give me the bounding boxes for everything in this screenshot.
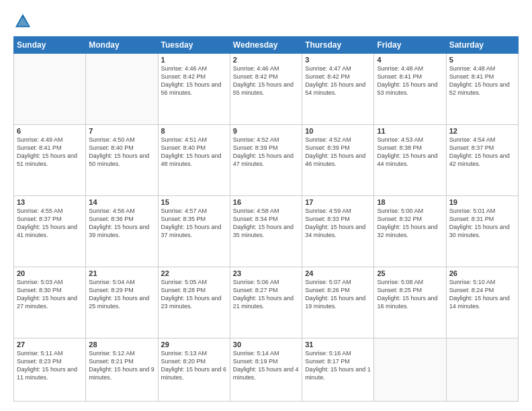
calendar-page: SundayMondayTuesdayWednesdayThursdayFrid… [0,0,532,411]
day-number: 27 [17,340,83,349]
day-number: 5 [449,56,515,64]
calendar-cell: 3Sunrise: 4:47 AM Sunset: 8:42 PM Daylig… [302,54,374,125]
calendar-cell: 9Sunrise: 4:52 AM Sunset: 8:39 PM Daylig… [230,125,302,196]
day-info: Sunrise: 4:50 AM Sunset: 8:40 PM Dayligh… [89,136,154,169]
calendar-cell: 22Sunrise: 5:05 AM Sunset: 8:28 PM Dayli… [158,267,230,338]
day-number: 25 [377,269,443,277]
calendar-cell: 12Sunrise: 4:54 AM Sunset: 8:37 PM Dayli… [446,125,518,196]
day-info: Sunrise: 4:46 AM Sunset: 8:42 PM Dayligh… [233,64,299,97]
day-info: Sunrise: 5:14 AM Sunset: 8:19 PM Dayligh… [233,349,299,382]
day-info: Sunrise: 4:53 AM Sunset: 8:38 PM Dayligh… [377,136,443,169]
day-info: Sunrise: 4:46 AM Sunset: 8:42 PM Dayligh… [161,64,227,97]
calendar-cell: 15Sunrise: 4:57 AM Sunset: 8:35 PM Dayli… [158,196,230,267]
day-info: Sunrise: 4:51 AM Sunset: 8:40 PM Dayligh… [161,136,227,169]
calendar-cell [86,54,158,125]
day-number: 13 [17,198,83,206]
day-number: 14 [89,198,154,206]
day-number: 23 [233,269,299,277]
day-info: Sunrise: 4:58 AM Sunset: 8:34 PM Dayligh… [233,207,299,240]
day-number: 30 [233,340,299,349]
week-row-1: 1Sunrise: 4:46 AM Sunset: 8:42 PM Daylig… [14,54,519,125]
day-number: 16 [233,198,299,206]
day-number: 1 [161,56,227,64]
calendar-cell: 8Sunrise: 4:51 AM Sunset: 8:40 PM Daylig… [158,125,230,196]
calendar-table: SundayMondayTuesdayWednesdayThursdayFrid… [13,36,519,402]
calendar-cell: 30Sunrise: 5:14 AM Sunset: 8:19 PM Dayli… [230,338,302,402]
day-info: Sunrise: 4:56 AM Sunset: 8:36 PM Dayligh… [89,207,154,240]
day-number: 20 [17,269,83,277]
day-info: Sunrise: 5:12 AM Sunset: 8:21 PM Dayligh… [89,349,154,382]
day-number: 24 [305,269,371,277]
day-info: Sunrise: 4:59 AM Sunset: 8:33 PM Dayligh… [305,207,371,240]
calendar-cell: 2Sunrise: 4:46 AM Sunset: 8:42 PM Daylig… [230,54,302,125]
calendar-cell: 1Sunrise: 4:46 AM Sunset: 8:42 PM Daylig… [158,54,230,125]
calendar-cell: 29Sunrise: 5:13 AM Sunset: 8:20 PM Dayli… [158,338,230,402]
weekday-header-row: SundayMondayTuesdayWednesdayThursdayFrid… [14,37,519,54]
day-info: Sunrise: 4:57 AM Sunset: 8:35 PM Dayligh… [161,207,227,240]
day-info: Sunrise: 4:49 AM Sunset: 8:41 PM Dayligh… [17,136,83,169]
calendar-cell: 10Sunrise: 4:52 AM Sunset: 8:39 PM Dayli… [302,125,374,196]
day-number: 11 [377,127,443,135]
day-info: Sunrise: 4:48 AM Sunset: 8:41 PM Dayligh… [377,64,443,97]
day-number: 21 [89,269,154,277]
calendar-cell: 20Sunrise: 5:03 AM Sunset: 8:30 PM Dayli… [14,267,86,338]
day-info: Sunrise: 5:05 AM Sunset: 8:28 PM Dayligh… [161,278,227,311]
weekday-header-thursday: Thursday [302,37,374,54]
weekday-header-friday: Friday [374,37,446,54]
day-info: Sunrise: 5:00 AM Sunset: 8:32 PM Dayligh… [377,207,443,240]
weekday-header-tuesday: Tuesday [158,37,230,54]
day-number: 18 [377,198,443,206]
day-number: 22 [161,269,227,277]
calendar-cell: 23Sunrise: 5:06 AM Sunset: 8:27 PM Dayli… [230,267,302,338]
week-row-5: 27Sunrise: 5:11 AM Sunset: 8:23 PM Dayli… [14,338,519,402]
day-info: Sunrise: 4:55 AM Sunset: 8:37 PM Dayligh… [17,207,83,240]
calendar-cell [446,338,518,402]
weekday-header-wednesday: Wednesday [230,37,302,54]
day-info: Sunrise: 4:48 AM Sunset: 8:41 PM Dayligh… [449,64,515,97]
day-number: 17 [305,198,371,206]
day-number: 29 [161,340,227,349]
day-info: Sunrise: 5:04 AM Sunset: 8:29 PM Dayligh… [89,278,154,311]
day-number: 28 [89,340,154,349]
calendar-cell: 24Sunrise: 5:07 AM Sunset: 8:26 PM Dayli… [302,267,374,338]
day-number: 31 [305,340,371,349]
week-row-4: 20Sunrise: 5:03 AM Sunset: 8:30 PM Dayli… [14,267,519,338]
calendar-cell: 16Sunrise: 4:58 AM Sunset: 8:34 PM Dayli… [230,196,302,267]
day-number: 19 [449,198,515,206]
weekday-header-saturday: Saturday [446,37,518,54]
calendar-cell: 26Sunrise: 5:10 AM Sunset: 8:24 PM Dayli… [446,267,518,338]
logo [13,12,35,31]
calendar-cell: 5Sunrise: 4:48 AM Sunset: 8:41 PM Daylig… [446,54,518,125]
calendar-cell: 4Sunrise: 4:48 AM Sunset: 8:41 PM Daylig… [374,54,446,125]
day-info: Sunrise: 5:03 AM Sunset: 8:30 PM Dayligh… [17,278,83,311]
day-number: 10 [305,127,371,135]
header [13,12,519,31]
calendar-cell: 31Sunrise: 5:16 AM Sunset: 8:17 PM Dayli… [302,338,374,402]
day-number: 26 [449,269,515,277]
day-number: 3 [305,56,371,64]
day-number: 15 [161,198,227,206]
day-number: 2 [233,56,299,64]
day-number: 9 [233,127,299,135]
calendar-cell: 11Sunrise: 4:53 AM Sunset: 8:38 PM Dayli… [374,125,446,196]
calendar-cell: 7Sunrise: 4:50 AM Sunset: 8:40 PM Daylig… [86,125,158,196]
day-info: Sunrise: 5:10 AM Sunset: 8:24 PM Dayligh… [449,278,515,311]
day-info: Sunrise: 5:06 AM Sunset: 8:27 PM Dayligh… [233,278,299,311]
calendar-cell: 6Sunrise: 4:49 AM Sunset: 8:41 PM Daylig… [14,125,86,196]
weekday-header-monday: Monday [86,37,158,54]
day-info: Sunrise: 5:01 AM Sunset: 8:31 PM Dayligh… [449,207,515,240]
calendar-cell: 25Sunrise: 5:08 AM Sunset: 8:25 PM Dayli… [374,267,446,338]
day-number: 6 [17,127,83,135]
day-info: Sunrise: 5:11 AM Sunset: 8:23 PM Dayligh… [17,349,83,382]
week-row-2: 6Sunrise: 4:49 AM Sunset: 8:41 PM Daylig… [14,125,519,196]
calendar-cell: 14Sunrise: 4:56 AM Sunset: 8:36 PM Dayli… [86,196,158,267]
day-number: 4 [377,56,443,64]
day-info: Sunrise: 4:52 AM Sunset: 8:39 PM Dayligh… [233,136,299,169]
calendar-cell [14,54,86,125]
day-info: Sunrise: 4:54 AM Sunset: 8:37 PM Dayligh… [449,136,515,169]
calendar-cell [374,338,446,402]
logo-icon [13,12,32,31]
calendar-cell: 18Sunrise: 5:00 AM Sunset: 8:32 PM Dayli… [374,196,446,267]
day-number: 12 [449,127,515,135]
day-info: Sunrise: 5:08 AM Sunset: 8:25 PM Dayligh… [377,278,443,311]
